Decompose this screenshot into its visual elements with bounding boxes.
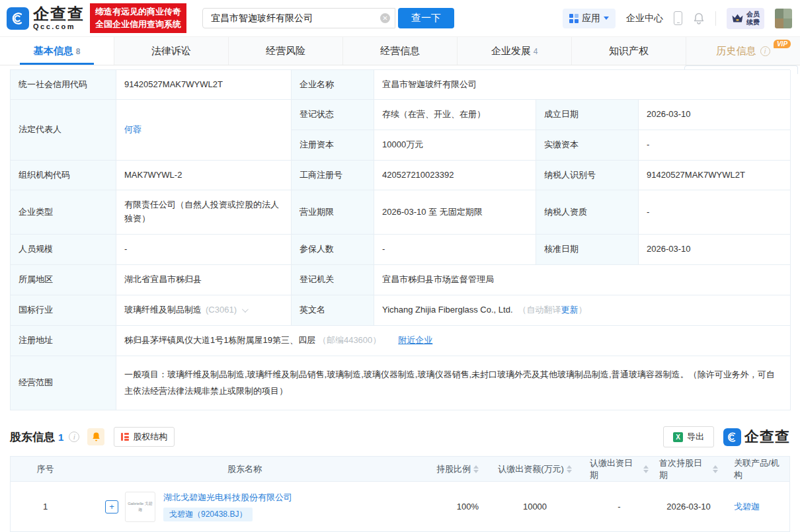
industry-expand-chevron-icon[interactable] <box>242 306 249 313</box>
legal-rep-value: 何蓉 <box>116 100 292 161</box>
shareholders-title: 股东信息 <box>10 430 55 445</box>
legal-rep-label: 法定代表人 <box>11 100 116 161</box>
approval-date-value: 2026-03-10 <box>639 235 791 265</box>
slogan-line2: 全国企业信用查询系统 <box>95 19 181 31</box>
biz-term-value: 2026-03-10 至 无固定期限 <box>374 190 536 235</box>
crown-icon <box>731 13 744 24</box>
reg-status-label: 登记状态 <box>292 100 374 130</box>
tab-operation-info[interactable]: 经营信息 <box>342 37 457 65</box>
paid-capital-value: - <box>639 130 791 161</box>
sort-icon[interactable] <box>713 465 718 473</box>
company-name-label: 企业名称 <box>292 70 374 100</box>
tab-intellectual-property[interactable]: 知识产权 <box>571 37 686 65</box>
apps-label: 应用 <box>582 13 600 24</box>
divider <box>715 11 716 26</box>
search-input[interactable] <box>202 8 395 28</box>
company-type-value: 有限责任公司（自然人投资或控股的法人独资） <box>116 190 292 235</box>
vip-badge: VIP <box>774 40 791 48</box>
col-related: 关联产品/机构 <box>723 457 789 481</box>
taxpayer-id-label: 纳税人识别号 <box>536 161 639 190</box>
row-date: - <box>584 482 654 531</box>
brand[interactable]: 企查查 Qcc.com <box>33 6 85 30</box>
shareholders-table: 序号 股东名称 持股比例 认缴出资额(万元) 认缴出资日期 首次持股日期 关联产… <box>10 456 790 532</box>
qcc-logo-icon[interactable] <box>7 7 29 30</box>
shareholder-name-link[interactable]: 湖北戈碧迦光电科技股份有限公司 <box>163 492 292 504</box>
address-value: 秭归县茅坪镇凤仪大道1号1栋附属屋19第三、四层 （邮编443600） 附近企业 <box>116 326 791 356</box>
sort-icon[interactable] <box>473 465 479 473</box>
shareholders-count: 1 <box>58 432 63 443</box>
shareholders-section-header: 股东信息 1 股权结构 导出 企查查 <box>10 426 790 447</box>
search-button[interactable]: 查一下 <box>398 8 454 28</box>
sort-icon[interactable] <box>643 465 649 473</box>
excel-icon <box>673 432 683 442</box>
tab-bar: 基本信息8 法律诉讼 经营风险 经营信息 企业发展4 知识产权 VIP 历史信息 <box>0 36 800 65</box>
apps-grid-icon <box>569 14 579 23</box>
basic-info-table: 统一社会信用代码 91420527MAK7WYWL2T 企业名称 宜昌市智迦玻纤… <box>10 69 790 410</box>
legal-rep-link[interactable]: 何蓉 <box>124 123 141 137</box>
org-code-label: 组织机构代码 <box>11 161 116 190</box>
info-icon[interactable] <box>760 46 770 56</box>
member-renew-label: 会员 续费 <box>746 11 760 26</box>
enterprise-center-link[interactable]: 企业中心 <box>626 13 663 24</box>
org-code-value: MAK7WYWL-2 <box>116 161 292 190</box>
reg-capital-label: 注册资本 <box>292 130 374 161</box>
tab-operation-risk[interactable]: 经营风险 <box>228 37 342 65</box>
mobile-app-icon[interactable] <box>674 11 682 25</box>
stock-ticker-tag[interactable]: 戈碧迦（920438.BJ） <box>163 508 253 521</box>
org-chart-icon <box>121 433 129 441</box>
translate-update-link[interactable]: 更新 <box>561 303 579 317</box>
slogan-banner: 缔造有远见的商业传奇 全国企业信用查询系统 <box>90 3 186 34</box>
related-product-link[interactable]: 戈碧迦 <box>734 501 760 513</box>
tab-company-development[interactable]: 企业发展4 <box>457 37 571 65</box>
company-type-label: 企业类型 <box>11 190 116 235</box>
user-avatar[interactable] <box>775 9 792 28</box>
search-box <box>202 8 395 28</box>
top-right-nav: 应用 企业中心 会员 续费 <box>563 0 792 36</box>
qcc-company-page: 企查查 Qcc.com 缔造有远见的商业传奇 全国企业信用查询系统 查一下 应用… <box>0 0 800 532</box>
credit-code-value: 91420527MAK7WYWL2T <box>116 70 292 100</box>
shareholder-row: 1 Gabrielle 戈碧迦 湖北戈碧迦光电科技股份有限公司 戈碧迦（9204… <box>11 482 789 532</box>
equity-structure-button[interactable]: 股权结构 <box>114 427 175 447</box>
reg-status-value: 存续（在营、开业、在册） <box>374 100 536 130</box>
row-ratio: 100% <box>409 482 485 531</box>
apps-menu[interactable]: 应用 <box>563 9 616 28</box>
reg-authority-value: 宜昌市秭归县市场监督管理局 <box>374 265 791 295</box>
shareholders-header-right: 导出 企查查 <box>663 426 790 447</box>
tab-legal-litigation[interactable]: 法律诉讼 <box>114 37 228 65</box>
approval-date-label: 核准日期 <box>536 235 639 265</box>
shareholders-table-header: 序号 股东名称 持股比例 认缴出资额(万元) 认缴出资日期 首次持股日期 关联产… <box>11 457 789 482</box>
qcc-watermark-text: 企查查 <box>744 427 790 447</box>
biz-reg-no-label: 工商注册号 <box>292 161 374 190</box>
establish-date-label: 成立日期 <box>536 100 639 130</box>
shareholder-logo: Gabrielle 戈碧迦 <box>125 492 155 522</box>
qcc-logo-glyph <box>10 11 26 26</box>
shareholders-info-icon[interactable] <box>69 432 79 442</box>
address-label: 注册地址 <box>11 326 116 356</box>
clear-search-icon[interactable] <box>380 13 390 23</box>
english-name-label: 英文名 <box>292 295 374 326</box>
member-renew-button[interactable]: 会员 续费 <box>727 8 764 29</box>
insured-value: - <box>374 235 536 265</box>
expand-row-button[interactable] <box>105 500 118 513</box>
notifications-bell-icon[interactable] <box>693 12 705 25</box>
staff-size-label: 人员规模 <box>11 235 116 265</box>
reg-authority-label: 登记机关 <box>292 265 374 295</box>
region-label: 所属地区 <box>11 265 116 295</box>
nearby-companies-link[interactable]: 附近企业 <box>398 334 432 348</box>
col-ratio[interactable]: 持股比例 <box>409 457 485 481</box>
establish-date-value: 2026-03-10 <box>639 100 791 130</box>
export-button[interactable]: 导出 <box>663 426 714 447</box>
col-date[interactable]: 认缴出资日期 <box>584 457 654 481</box>
company-name-value: 宜昌市智迦玻纤有限公司 <box>374 70 791 100</box>
tab-history-info[interactable]: VIP 历史信息 <box>686 37 800 65</box>
monitor-bell-icon[interactable] <box>87 428 104 445</box>
taxpayer-qual-label: 纳税人资质 <box>536 190 639 235</box>
row-first-date: 2026-03-10 <box>654 482 723 531</box>
tab-basic-info[interactable]: 基本信息8 <box>0 37 114 65</box>
col-amount[interactable]: 认缴出资额(万元) <box>485 457 584 481</box>
industry-value: 玻璃纤维及制品制造 (C3061) <box>116 295 292 326</box>
col-first-date[interactable]: 首次持股日期 <box>654 457 723 481</box>
paid-capital-label: 实缴资本 <box>536 130 639 161</box>
sort-icon[interactable] <box>567 465 572 473</box>
taxpayer-qual-value: - <box>639 190 791 235</box>
